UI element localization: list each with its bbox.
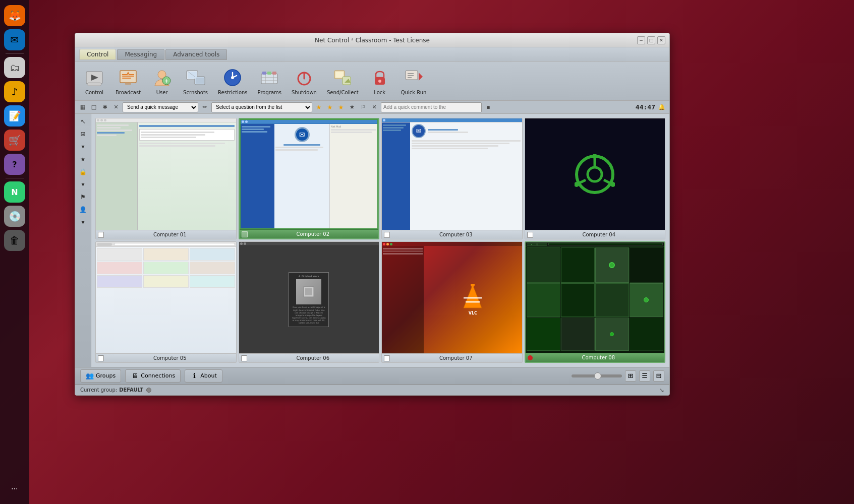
quickbar-star-1[interactable]: ★ xyxy=(314,103,323,112)
side-chevron-down-icon[interactable]: ▾ xyxy=(78,141,89,152)
computer-cell-07[interactable]: VLC Computer 07 xyxy=(381,241,523,363)
computer-cell-08[interactable]: ◀ xyxy=(525,241,666,363)
svg-point-42 xyxy=(592,154,597,159)
connections-tab[interactable]: 🖥 Connections xyxy=(125,369,181,383)
quickbar-star-3[interactable]: ★ xyxy=(336,103,346,112)
toolbar-restrictions[interactable]: Restrictions xyxy=(215,65,251,97)
view-thumbnail-icon[interactable]: ⊞ xyxy=(625,370,636,382)
view-list-icon[interactable]: ☰ xyxy=(639,370,650,382)
side-person-icon[interactable]: 👤 xyxy=(78,204,89,215)
computer-cell-03[interactable]: ✉ xyxy=(381,118,523,239)
svg-rect-5 xyxy=(125,83,131,85)
taskbar-netcontrol[interactable]: N xyxy=(4,181,25,203)
computer-cell-06[interactable]: 4. Finished Work Now you have a cool ima… xyxy=(239,241,380,363)
view-details-icon[interactable]: ⊟ xyxy=(653,370,664,382)
computer-cell-05[interactable]: Computer 05 xyxy=(95,241,237,363)
taskbar-writer[interactable]: 📝 xyxy=(4,105,25,127)
computer-01-checkbox[interactable] xyxy=(98,232,104,238)
svg-rect-32 xyxy=(406,71,418,80)
toolbar-sendcollect[interactable]: Send/Collect xyxy=(324,65,362,97)
svg-point-50 xyxy=(471,284,475,287)
toolbar-user[interactable]: + User xyxy=(148,65,176,97)
computer-05-checkbox[interactable] xyxy=(98,355,104,361)
taskbar-firefox[interactable]: 🦊 xyxy=(4,5,25,26)
title-bar: Net Control ² Classroom - Test License −… xyxy=(75,33,669,47)
side-lock-icon[interactable]: 🔒 xyxy=(78,166,89,177)
toolbar-broadcast[interactable]: Broadcast xyxy=(112,65,144,97)
quickbar-icon-8[interactable]: ▪ xyxy=(484,103,493,112)
computer-screenshot-01 xyxy=(96,118,236,230)
toolbar-quickrun[interactable]: Quick Run xyxy=(398,65,430,97)
side-chevron-down2-icon[interactable]: ▾ xyxy=(78,179,89,190)
tab-messaging[interactable]: Messaging xyxy=(117,49,164,60)
computer-cell-02[interactable]: ✉ Net Mail xyxy=(239,118,380,239)
computer-04-label-bar: Computer 04 xyxy=(525,230,665,239)
taskbar-thunderbird[interactable]: ✉ xyxy=(4,29,25,50)
tab-advanced-tools[interactable]: Advanced tools xyxy=(165,49,227,60)
quickbar-icon-7[interactable]: ✕ xyxy=(370,103,379,112)
quickbar-icon-6[interactable]: ⚐ xyxy=(359,103,368,112)
taskbar-dots[interactable]: ⋯ xyxy=(4,478,25,499)
side-star-icon[interactable]: ★ xyxy=(78,154,89,165)
content-area: ↖ ⊞ ▾ ★ 🔒 ▾ ⚑ 👤 ▾ xyxy=(75,114,669,367)
toolbar-lock[interactable]: Lock xyxy=(366,65,394,97)
computer-03-checkbox[interactable] xyxy=(384,232,390,238)
computer-cell-04[interactable]: Computer 04 xyxy=(525,118,666,239)
quickbar-icon-4[interactable]: ✕ xyxy=(111,103,121,112)
quickbar-notify-icon[interactable]: 🔔 xyxy=(657,103,666,112)
maximize-button[interactable]: □ xyxy=(647,36,655,44)
taskbar-appstore[interactable]: 🛒 xyxy=(4,130,25,151)
side-cursor-icon[interactable]: ↖ xyxy=(78,116,89,127)
quickbar-icon-1[interactable]: ▦ xyxy=(78,103,87,112)
quickbar-icon-2[interactable]: □ xyxy=(89,103,98,112)
quickbar-icon-5[interactable]: ★ xyxy=(348,103,357,112)
tab-control[interactable]: Control xyxy=(79,49,116,60)
computer-screenshot-08: ◀ xyxy=(526,242,665,353)
side-chevron-down3-icon[interactable]: ▾ xyxy=(78,217,89,228)
toolbar-shutdown[interactable]: Shutdown xyxy=(289,65,320,97)
toolbar-programs[interactable]: Programs xyxy=(255,65,284,97)
computer-screenshot-06: 4. Finished Work Now you have a cool ima… xyxy=(239,242,379,353)
status-bar: Current group: DEFAULT ↘ xyxy=(75,384,669,395)
about-tab[interactable]: ℹ About xyxy=(185,369,222,383)
computer-screenshot-04 xyxy=(525,118,665,230)
quick-comment-input[interactable] xyxy=(381,102,482,112)
quickbar-send-icon[interactable]: ✏ xyxy=(200,103,209,112)
side-layout-icon[interactable]: ⊞ xyxy=(78,129,89,140)
computer-07-checkbox[interactable] xyxy=(384,355,390,361)
taskbar-disk[interactable]: 💿 xyxy=(4,206,25,227)
computer-02-name: Computer 02 xyxy=(250,231,377,237)
close-button[interactable]: ✕ xyxy=(657,36,665,44)
svg-marker-47 xyxy=(464,285,482,308)
minimize-button[interactable]: − xyxy=(637,36,645,44)
taskbar-trash[interactable]: 🗑 xyxy=(4,230,25,251)
computer-08-red-dot xyxy=(528,355,533,360)
computer-04-checkbox[interactable] xyxy=(527,232,533,238)
quick-bar: ▦ □ ✱ ✕ Send a quick message ✏ Select a … xyxy=(75,101,669,114)
broadcast-icon xyxy=(117,67,139,89)
computer-02-label-bar: Computer 02 xyxy=(240,229,379,238)
svg-rect-11 xyxy=(188,72,197,79)
quickbar-star-2[interactable]: ★ xyxy=(325,103,334,112)
screenshot-icon xyxy=(185,67,207,89)
toolbar-control[interactable]: Control xyxy=(80,65,108,97)
quick-message-select[interactable]: Send a quick message xyxy=(123,102,198,112)
taskbar-rhythmbox[interactable]: ♪ xyxy=(4,81,25,102)
computer-cell-01[interactable]: Computer 01 xyxy=(95,118,237,239)
quickbar-icon-3[interactable]: ✱ xyxy=(100,103,109,112)
toolbar: Control Broadcast xyxy=(75,61,669,101)
computer-02-checkbox[interactable] xyxy=(242,231,248,237)
svg-rect-16 xyxy=(261,74,277,84)
taskbar-files[interactable]: 🗂 xyxy=(4,57,25,78)
quick-question-select[interactable]: Select a question from the list xyxy=(211,102,312,112)
computer-01-label-bar: Computer 01 xyxy=(96,230,236,239)
toolbar-scrnshots[interactable]: Scrnshots xyxy=(180,65,211,97)
computer-08-label-bar: Computer 08 xyxy=(526,353,665,362)
groups-tab[interactable]: 👥 Groups xyxy=(80,369,121,383)
computer-07-name: Computer 07 xyxy=(392,355,520,361)
computer-01-name: Computer 01 xyxy=(106,232,234,237)
status-resize-icon[interactable]: ↘ xyxy=(659,387,664,394)
taskbar-help[interactable]: ? xyxy=(4,154,25,175)
side-flag-icon[interactable]: ⚑ xyxy=(78,192,89,203)
computer-06-checkbox[interactable] xyxy=(241,355,247,361)
